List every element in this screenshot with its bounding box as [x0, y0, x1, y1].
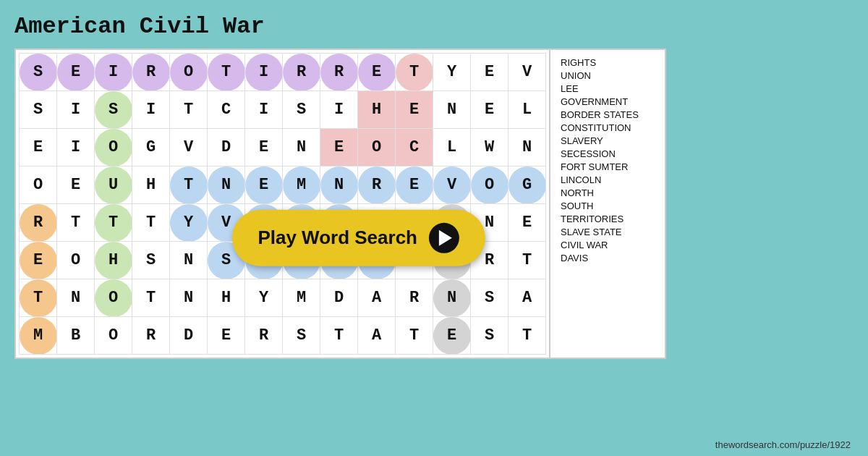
cell-3-7: M — [283, 166, 320, 204]
play-button-label: Play Word Search — [258, 227, 417, 249]
cell-2-9: O — [358, 129, 396, 166]
cell-7-4: D — [170, 317, 208, 355]
cell-3-0: O — [20, 166, 57, 204]
cell-2-6: E — [245, 129, 283, 166]
cell-6-3: T — [132, 279, 170, 317]
cell-1-13: L — [509, 91, 546, 129]
cell-2-11: L — [433, 129, 471, 166]
cell-6-7: M — [283, 279, 320, 317]
cell-3-10: E — [396, 166, 433, 204]
word-list: RIGHTSUNIONLEEGOVERNMENTBORDER STATESCON… — [550, 48, 666, 359]
word-item: CONSTITUTION — [561, 122, 655, 133]
word-item: CIVIL WAR — [561, 240, 655, 250]
cell-5-0: E — [20, 242, 57, 279]
cell-3-1: E — [57, 166, 95, 204]
word-item: FORT SUMTER — [561, 161, 655, 172]
cell-1-9: H — [358, 91, 396, 129]
cell-0-13: V — [509, 54, 546, 91]
grid-container: SEIROTIRRETYEVSISITCISIHENELEIOGVDENEOCL… — [14, 48, 550, 359]
footer-url: thewordsearch.com/puzzle/1922 — [715, 439, 851, 450]
cell-7-11: E — [433, 317, 471, 355]
cell-2-5: D — [208, 129, 245, 166]
word-item: UNION — [561, 70, 655, 81]
cell-3-2: U — [95, 166, 132, 204]
cell-1-1: I — [57, 91, 95, 129]
cell-5-2: H — [95, 242, 132, 279]
cell-3-8: N — [320, 166, 358, 204]
cell-2-13: N — [509, 129, 546, 166]
word-item: GOVERNMENT — [561, 96, 655, 107]
cell-6-4: N — [170, 279, 208, 317]
word-search-grid: SEIROTIRRETYEVSISITCISIHENELEIOGVDENEOCL… — [19, 53, 546, 355]
cell-2-12: W — [471, 129, 509, 166]
cell-0-12: E — [471, 54, 509, 91]
cell-3-11: V — [433, 166, 471, 204]
cell-3-9: R — [358, 166, 396, 204]
cell-7-7: S — [283, 317, 320, 355]
cell-0-10: T — [396, 54, 433, 91]
cell-3-3: H — [132, 166, 170, 204]
cell-6-8: D — [320, 279, 358, 317]
cell-2-1: I — [57, 129, 95, 166]
cell-6-10: R — [396, 279, 433, 317]
cell-2-7: N — [283, 129, 320, 166]
cell-0-2: I — [95, 54, 132, 91]
cell-0-11: Y — [433, 54, 471, 91]
cell-4-3: T — [132, 204, 170, 242]
cell-6-12: S — [471, 279, 509, 317]
cell-7-10: T — [396, 317, 433, 355]
cell-4-1: T — [57, 204, 95, 242]
cell-1-6: I — [245, 91, 283, 129]
cell-0-8: R — [320, 54, 358, 91]
cell-7-5: E — [208, 317, 245, 355]
cell-0-1: E — [57, 54, 95, 91]
cell-4-4: Y — [170, 204, 208, 242]
cell-0-5: T — [208, 54, 245, 91]
cell-0-3: R — [132, 54, 170, 91]
word-item: TERRITORIES — [561, 214, 655, 224]
cell-5-3: S — [132, 242, 170, 279]
cell-0-0: S — [20, 54, 57, 91]
cell-1-5: C — [208, 91, 245, 129]
cell-6-1: N — [57, 279, 95, 317]
cell-1-8: I — [320, 91, 358, 129]
word-item: LEE — [561, 83, 655, 94]
cell-1-11: N — [433, 91, 471, 129]
cell-3-12: O — [471, 166, 509, 204]
cell-1-4: T — [170, 91, 208, 129]
cell-1-3: I — [132, 91, 170, 129]
cell-6-9: A — [358, 279, 396, 317]
cell-6-2: O — [95, 279, 132, 317]
cell-7-8: T — [320, 317, 358, 355]
cell-7-2: O — [95, 317, 132, 355]
cell-1-7: S — [283, 91, 320, 129]
cell-7-3: R — [132, 317, 170, 355]
cell-1-10: E — [396, 91, 433, 129]
word-item: NORTH — [561, 187, 655, 198]
cell-3-6: E — [245, 166, 283, 204]
cell-7-12: S — [471, 317, 509, 355]
cell-3-5: N — [208, 166, 245, 204]
cell-0-7: R — [283, 54, 320, 91]
cell-5-1: O — [57, 242, 95, 279]
cell-5-4: N — [170, 242, 208, 279]
play-button[interactable]: Play Word Search — [231, 209, 485, 266]
cell-6-6: Y — [245, 279, 283, 317]
cell-7-9: A — [358, 317, 396, 355]
word-item: SECESSION — [561, 148, 655, 159]
cell-7-13: T — [509, 317, 546, 355]
word-item: SOUTH — [561, 200, 655, 211]
cell-4-2: T — [95, 204, 132, 242]
word-item: DAVIS — [561, 253, 655, 263]
word-item: RIGHTS — [561, 57, 655, 68]
cell-6-13: A — [509, 279, 546, 317]
cell-3-13: G — [509, 166, 546, 204]
word-item: LINCOLN — [561, 174, 655, 185]
cell-1-0: S — [20, 91, 57, 129]
word-item: SLAVE STATE — [561, 227, 655, 237]
page-title: American Civil War — [14, 13, 265, 40]
cell-0-9: E — [358, 54, 396, 91]
cell-5-13: T — [509, 242, 546, 279]
cell-1-12: E — [471, 91, 509, 129]
word-item: BORDER STATES — [561, 109, 655, 120]
